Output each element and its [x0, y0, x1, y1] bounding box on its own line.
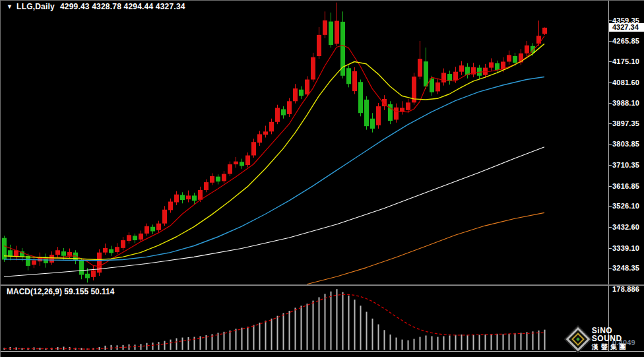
price-axis-label: 3526.10: [612, 202, 639, 210]
axis-tick: [608, 82, 612, 83]
axis-tick: [608, 20, 612, 21]
macd-signal-line: [4, 294, 544, 349]
price-axis-label: 3616.85: [612, 182, 639, 190]
price-axis-label: 3710.35: [612, 161, 639, 169]
chevron-down-icon[interactable]: ▼: [7, 3, 13, 10]
axis-tick: [608, 227, 612, 228]
axis-tick: [608, 206, 612, 207]
candlestick-layer: [2, 3, 547, 282]
logo-diamond-inner: [571, 333, 585, 346]
time-axis-divider: [1, 351, 644, 352]
price-axis-label: 3897.35: [612, 119, 639, 127]
logo-subtitle: 漢聲集團: [592, 343, 644, 351]
macd-indicator-label: MACD(12,26,9) 59.155 50.114: [7, 287, 114, 296]
ma-longest-orange: [307, 212, 544, 284]
price-axis-label: 3432.60: [612, 223, 639, 231]
axis-tick: [608, 103, 612, 104]
price-axis-label: 3339.10: [612, 244, 639, 252]
logo-text: SiNO SOUND 漢聲集團: [592, 327, 644, 351]
pane-divider[interactable]: [1, 284, 644, 286]
logo-diamond-center: [576, 337, 580, 341]
price-axis-label: 4175.10: [612, 57, 639, 65]
broker-logo: SiNO SOUND 漢聲集團: [567, 327, 644, 351]
chart-title: ▼LLG,Daily4299.43 4328.78 4294.44 4327.3…: [7, 2, 185, 11]
chart-canvas[interactable]: [1, 1, 644, 357]
price-axis-label: 4265.85: [612, 37, 639, 45]
symbol-period-label: LLG,Daily: [16, 2, 55, 11]
ohlc-values: 4299.43 4328.78 4294.44 4327.34: [60, 2, 185, 11]
axis-tick: [608, 144, 612, 145]
macd-histogram: [5, 289, 545, 350]
price-axis-separator: [608, 1, 609, 351]
logo-title: SiNO SOUND: [592, 327, 644, 342]
price-axis-label: 3803.85: [612, 140, 639, 148]
current-price-tag: 4327.34: [609, 23, 644, 32]
price-axis-label: 3248.35: [612, 264, 639, 272]
axis-tick: [608, 165, 612, 166]
chart-window: ▼LLG,Daily4299.43 4328.78 4294.44 4327.3…: [0, 0, 644, 357]
axis-tick: [608, 186, 612, 187]
logo-diamond-icon: [566, 327, 591, 351]
macd-scale-max: 178.886: [612, 285, 639, 293]
time-axis-strip[interactable]: [1, 352, 644, 357]
axis-tick: [608, 123, 612, 124]
axis-tick: [608, 61, 612, 62]
ma-long-white: [4, 147, 544, 277]
axis-tick: [608, 268, 612, 269]
ma-slow-blue: [4, 77, 544, 261]
price-axis-label: 4081.60: [612, 79, 639, 86]
axis-tick: [608, 248, 612, 249]
axis-tick: [608, 41, 612, 42]
price-axis-label: 3988.10: [612, 99, 639, 107]
